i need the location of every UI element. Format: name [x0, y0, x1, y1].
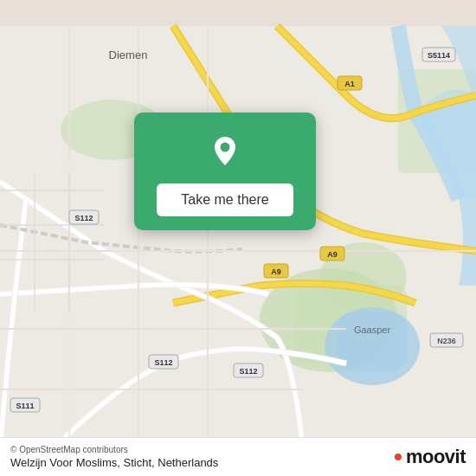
- moovit-wordmark: moovit: [406, 446, 466, 468]
- svg-text:A9: A9: [271, 267, 281, 276]
- svg-text:S5114: S5114: [428, 51, 450, 60]
- take-me-there-button[interactable]: Take me there: [157, 183, 293, 216]
- svg-text:N236: N236: [437, 337, 456, 345]
- svg-text:A1: A1: [344, 80, 355, 88]
- svg-text:A9: A9: [327, 250, 338, 259]
- svg-text:Diemen: Diemen: [109, 48, 148, 61]
- svg-text:S112: S112: [154, 358, 172, 367]
- svg-rect-7: [338, 312, 407, 372]
- moovit-dot: [395, 453, 402, 460]
- map-container: S112 S112 S112 S111 A9 A9 A1 S5114 N236 …: [0, 0, 476, 476]
- svg-point-42: [221, 143, 230, 152]
- popup-card: Take me there: [134, 113, 316, 230]
- location-name: Welzijn Voor Moslims, Sticht, Netherland…: [10, 456, 218, 469]
- moovit-logo: moovit: [395, 446, 466, 468]
- bottom-bar: © OpenStreetMap contributors Welzijn Voo…: [0, 437, 476, 476]
- osm-attribution: © OpenStreetMap contributors: [10, 445, 218, 454]
- bottom-left-info: © OpenStreetMap contributors Welzijn Voo…: [10, 445, 218, 469]
- svg-text:S112: S112: [74, 214, 93, 222]
- svg-text:S112: S112: [239, 367, 257, 376]
- svg-text:Gaasper: Gaasper: [354, 325, 391, 335]
- map-pin-icon: [203, 128, 248, 173]
- map-background: S112 S112 S112 S111 A9 A9 A1 S5114 N236 …: [0, 0, 476, 476]
- svg-text:S111: S111: [16, 402, 34, 410]
